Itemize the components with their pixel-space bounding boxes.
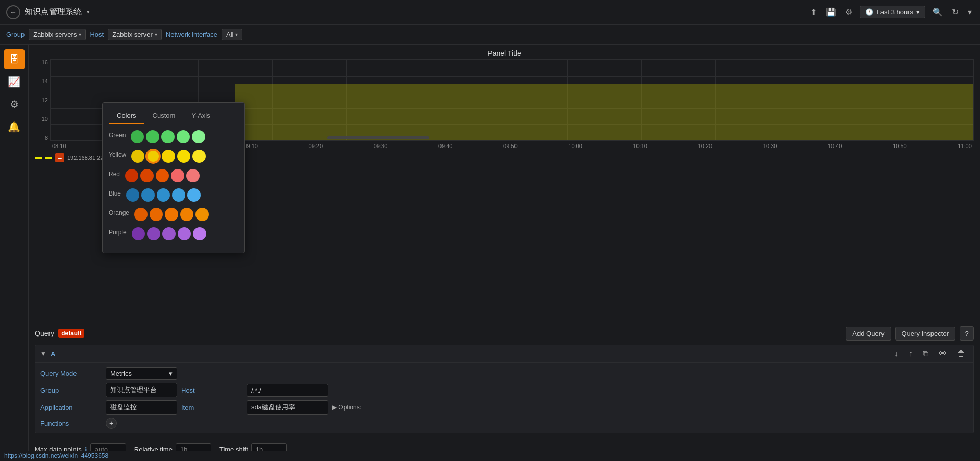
red-swatch-4[interactable]: [171, 169, 184, 182]
legend-remove-btn[interactable]: –: [55, 153, 64, 162]
red-swatch-1[interactable]: [125, 169, 138, 182]
green-section: Green: [109, 130, 238, 143]
query-header: Query default Add Query Query Inspector …: [35, 326, 974, 341]
app-title: 知识点管理系统: [24, 7, 82, 17]
search-icon[interactable]: 🔍: [930, 5, 945, 19]
network-select[interactable]: All ▾: [222, 29, 242, 40]
red-swatch-3[interactable]: [156, 169, 169, 182]
app-item-row: Application 磁盘监控 Item sda磁盘使用率 ▶ Options…: [40, 400, 968, 415]
top-icons: ⬆ 💾 ⚙ 🕐 Last 3 hours ▾ 🔍 ↻ ▾: [808, 5, 974, 19]
cp-tab-colors[interactable]: Colors: [109, 109, 144, 124]
refresh-icon[interactable]: ↻: [950, 5, 961, 19]
url-bar: https://blog.csdn.net/weixin_44953658: [0, 451, 980, 461]
application-label: Application: [40, 404, 102, 411]
sidebar-item-notifications[interactable]: 🔔: [4, 116, 24, 137]
yellow-section: Yellow: [109, 150, 238, 163]
options-toggle[interactable]: ▶ Options:: [332, 404, 361, 411]
purple-swatch-3[interactable]: [162, 227, 176, 240]
green-label: Green: [109, 132, 126, 139]
group-label: Group: [6, 31, 24, 38]
back-button[interactable]: ←: [6, 5, 20, 19]
green-swatch-4[interactable]: [177, 130, 190, 143]
query-fields: Query Mode Metrics ▾ Group 知识点管理平台 Host …: [35, 363, 973, 433]
chart-icon: 📈: [8, 76, 20, 88]
cp-tab-custom[interactable]: Custom: [144, 109, 184, 124]
chart-data-band: [235, 84, 973, 140]
purple-swatch-1[interactable]: [132, 227, 145, 240]
blue-swatch-3[interactable]: [157, 188, 170, 202]
network-label: Network interface: [166, 31, 217, 38]
title-chevron-icon[interactable]: ▾: [87, 9, 90, 15]
yellow-swatch-1[interactable]: [131, 150, 144, 163]
host-field-label: Host: [181, 386, 242, 394]
orange-swatch-5[interactable]: [195, 208, 209, 221]
database-icon: 🗄: [9, 54, 19, 65]
add-query-button[interactable]: Add Query: [846, 327, 891, 341]
sidebar-item-database[interactable]: 🗄: [4, 49, 24, 69]
red-swatch-2[interactable]: [140, 169, 154, 182]
panel-title: Panel Title: [35, 49, 974, 57]
query-row-a: ▼ A ↓ ↑ ⧉ 👁 🗑 Query Mode Metrics: [35, 345, 974, 433]
purple-swatch-2[interactable]: [147, 227, 160, 240]
orange-swatch-2[interactable]: [150, 208, 163, 221]
purple-swatch-5[interactable]: [193, 227, 206, 240]
green-swatch-5[interactable]: [192, 130, 205, 143]
add-function-button[interactable]: +: [106, 418, 117, 429]
application-input[interactable]: 磁盘监控: [106, 400, 177, 415]
yellow-swatch-2[interactable]: [146, 150, 160, 163]
bell-icon: 🔔: [8, 120, 20, 133]
item-input[interactable]: sda磁盘使用率: [247, 400, 328, 415]
host-input[interactable]: /.*./: [247, 384, 328, 397]
item-label: Item: [181, 404, 242, 411]
delete-btn[interactable]: 🗑: [954, 348, 968, 359]
mode-chevron-icon: ▾: [169, 370, 173, 377]
functions-row: Functions +: [40, 418, 968, 429]
color-picker-tabs: Colors Custom Y-Axis: [109, 109, 238, 124]
blue-swatch-5[interactable]: [187, 188, 201, 202]
query-help-button[interactable]: ?: [960, 326, 974, 341]
group-chevron-icon: ▾: [79, 32, 81, 37]
sidebar-item-chart[interactable]: 📈: [4, 71, 24, 92]
share-icon[interactable]: ⬆: [808, 5, 819, 19]
chart-scrollbar[interactable]: [327, 136, 429, 139]
yellow-swatch-4[interactable]: [177, 150, 190, 163]
blue-swatch-4[interactable]: [172, 188, 185, 202]
orange-swatch-4[interactable]: [180, 208, 193, 221]
duplicate-btn[interactable]: ⧉: [920, 348, 932, 359]
blue-swatch-2[interactable]: [141, 188, 155, 202]
time-chevron-icon: ▾: [916, 8, 920, 16]
group-select[interactable]: Zabbix servers ▾: [29, 29, 86, 40]
collapse-icon[interactable]: ▼: [40, 350, 46, 357]
refresh-chevron-icon[interactable]: ▾: [966, 5, 974, 19]
query-inspector-button[interactable]: Query Inspector: [895, 327, 956, 341]
purple-section: Purple: [109, 227, 238, 240]
top-bar: ← 知识点管理系统 ▾ ⬆ 💾 ⚙ 🕐 Last 3 hours ▾ 🔍 ↻ ▾: [0, 0, 980, 25]
group-input[interactable]: 知识点管理平台: [106, 383, 177, 397]
cp-tab-yaxis[interactable]: Y-Axis: [183, 109, 218, 124]
query-mode-label: Query Mode: [40, 370, 102, 377]
red-swatch-5[interactable]: [186, 169, 200, 182]
purple-label: Purple: [109, 229, 127, 236]
purple-swatch-4[interactable]: [178, 227, 191, 240]
query-mode-select[interactable]: Metrics ▾: [106, 367, 177, 380]
sidebar-item-settings[interactable]: ⚙: [4, 94, 24, 114]
yellow-swatch-3[interactable]: [162, 150, 175, 163]
save-icon[interactable]: 💾: [824, 5, 838, 19]
time-range-picker[interactable]: 🕐 Last 3 hours ▾: [860, 6, 925, 18]
host-select[interactable]: Zabbix server ▾: [108, 29, 162, 40]
functions-label: Functions: [40, 420, 102, 427]
toggle-visibility-btn[interactable]: 👁: [936, 348, 950, 359]
red-label: Red: [109, 171, 120, 178]
orange-swatch-3[interactable]: [165, 208, 178, 221]
move-down-btn[interactable]: ↓: [891, 348, 901, 359]
orange-swatch-1[interactable]: [134, 208, 148, 221]
move-up-btn[interactable]: ↑: [905, 348, 916, 359]
green-swatch-3[interactable]: [161, 130, 175, 143]
blue-swatch-1[interactable]: [126, 188, 139, 202]
green-swatches: [131, 130, 205, 143]
green-swatch-2[interactable]: [146, 130, 159, 143]
green-swatch-1[interactable]: [131, 130, 144, 143]
settings-icon[interactable]: ⚙: [843, 5, 854, 19]
yellow-swatch-5[interactable]: [192, 150, 206, 163]
blue-label: Blue: [109, 190, 121, 197]
